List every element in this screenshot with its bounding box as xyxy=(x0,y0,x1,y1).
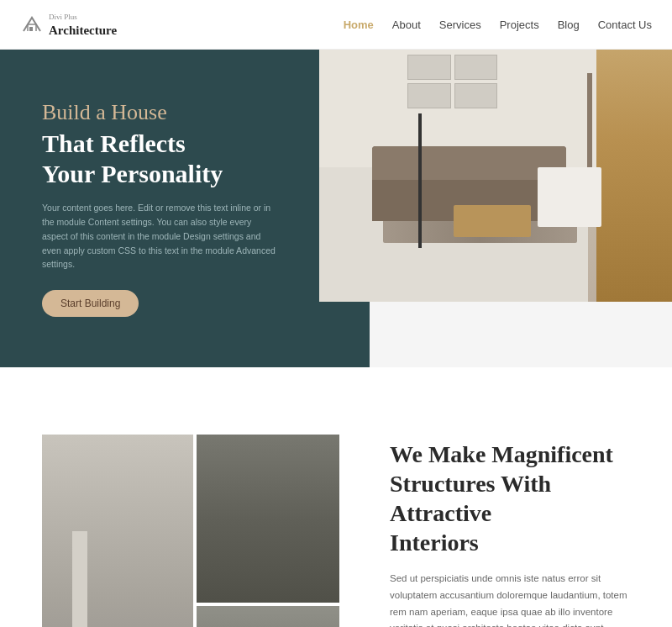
nav-item-home[interactable]: Home xyxy=(344,17,374,32)
hero-main-image xyxy=(319,33,672,302)
svg-rect-0 xyxy=(29,27,33,31)
nav-item-about[interactable]: About xyxy=(392,17,421,32)
photo-1 xyxy=(42,435,193,627)
hero-title: That Reflects Your Personality xyxy=(42,129,336,189)
photo-3 xyxy=(197,606,339,627)
section-body: Sed ut perspiciatis unde omnis iste natu… xyxy=(390,571,630,627)
section-two: We Make Magnificent Structures With Attr… xyxy=(0,418,672,627)
logo-main: Architecture xyxy=(49,23,117,40)
photo-2 xyxy=(197,435,339,603)
nav-item-blog[interactable]: Blog xyxy=(558,17,580,32)
navbar: Divi Plus Architecture Home About Servic… xyxy=(0,0,672,50)
hero-right-panel xyxy=(370,50,672,367)
logo: Divi Plus Architecture xyxy=(20,10,117,39)
logo-icon xyxy=(20,13,44,36)
hero-section: Build a House That Reflects Your Persona… xyxy=(0,50,672,367)
start-building-button[interactable]: Start Building xyxy=(42,290,139,317)
section-heading: We Make Magnificent Structures With Attr… xyxy=(390,440,630,557)
nav-item-projects[interactable]: Projects xyxy=(500,17,539,32)
logo-sub: Divi Plus xyxy=(49,13,77,21)
hero-body: Your content goes here. Edit or remove t… xyxy=(42,201,277,271)
hero-subtitle: Build a House xyxy=(42,100,336,125)
nav-item-contact[interactable]: Contact Us xyxy=(598,17,652,32)
section-right-content: We Make Magnificent Structures With Attr… xyxy=(390,440,630,627)
hero-left-panel: Build a House That Reflects Your Persona… xyxy=(0,50,370,367)
nav-links: Home About Services Projects Blog Contac… xyxy=(344,17,652,32)
nav-item-services[interactable]: Services xyxy=(439,17,481,32)
photo-grid xyxy=(42,435,339,627)
